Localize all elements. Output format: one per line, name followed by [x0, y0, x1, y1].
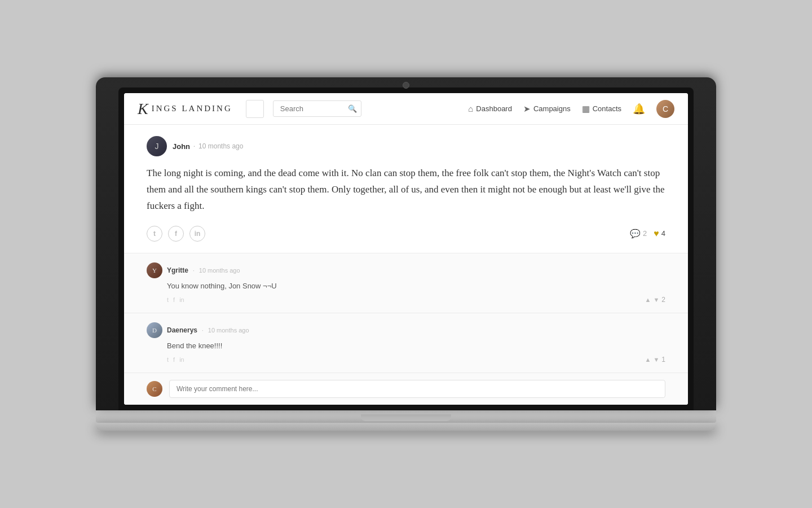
post-body: The long night is coming, and the dead c… [147, 165, 665, 214]
post-timestamp: 10 months ago [198, 142, 243, 150]
comment-linkedin-icon[interactable]: in [179, 356, 184, 363]
nav-contacts[interactable]: ▦ Contacts [582, 104, 621, 114]
heart-icon: ♥ [654, 229, 659, 239]
comment-header: D Daenerys · 10 months ago [147, 322, 665, 338]
comment-input-area: C [124, 373, 688, 405]
comment-separator: · [202, 327, 204, 334]
comment-timestamp: 10 months ago [208, 327, 249, 334]
likes-count[interactable]: ♥ 4 [654, 229, 665, 239]
nav-items: ⌂ Dashboard ➤ Campaigns ▦ Contacts 🔔 [468, 100, 674, 118]
comment-body: Bend the knee!!!! [147, 341, 665, 350]
nav-dashboard-label: Dashboard [476, 104, 512, 113]
laptop-shell: K INGS LANDING 🔍 [96, 77, 716, 431]
comment-item: D Daenerys · 10 months ago Bend the knee… [124, 313, 688, 373]
post-engagement: 💬 2 ♥ 4 [630, 229, 665, 239]
comment-author-name: Daenerys [167, 326, 197, 334]
daenerys-avatar-image: D [147, 322, 162, 338]
search-icon: 🔍 [348, 104, 357, 113]
post-author-name: John [173, 142, 190, 151]
ygritte-avatar-image: Y [147, 262, 162, 278]
screen-bezel: K INGS LANDING 🔍 [118, 87, 694, 410]
logo-area: K INGS LANDING [138, 100, 232, 118]
comments-number: 2 [643, 229, 647, 238]
user-avatar[interactable]: C [656, 100, 674, 118]
laptop-base [96, 423, 716, 431]
laptop-bottom [96, 410, 716, 423]
notifications-icon[interactable]: 🔔 [633, 103, 645, 115]
comment-social-icons: t f in [167, 296, 184, 303]
comment-vote: ▲ ▼ 2 [645, 296, 665, 304]
nav-campaigns-label: Campaigns [533, 104, 571, 113]
vote-count: 1 [661, 356, 665, 364]
vote-up-button[interactable]: ▲ [645, 356, 651, 363]
comments-section: Y Ygritte · 10 months ago You know nothi… [124, 253, 688, 405]
comment-separator: · [193, 267, 195, 274]
contacts-icon: ▦ [582, 104, 590, 114]
laptop-top: K INGS LANDING 🔍 [96, 77, 716, 410]
post-separator: · [193, 142, 195, 151]
avatar-image: C [656, 100, 674, 118]
daenerys-avatar[interactable]: D [147, 322, 162, 338]
comment-author-name: Ygritte [167, 266, 188, 274]
nav-contacts-label: Contacts [593, 104, 621, 113]
vote-down-button[interactable]: ▼ [653, 296, 659, 303]
comment-social-icons: t f in [167, 356, 184, 363]
dashboard-icon: ⌂ [468, 104, 473, 113]
comment-actions: t f in ▲ ▼ 2 [147, 296, 665, 304]
post-header: J John · 10 months ago [147, 136, 665, 156]
vote-count: 2 [661, 296, 665, 304]
trackpad [361, 414, 451, 421]
post-social-icons: t f in [147, 226, 205, 242]
comment-timestamp: 10 months ago [199, 267, 240, 274]
facebook-share-button[interactable]: f [168, 226, 184, 242]
comment-vote: ▲ ▼ 1 [645, 356, 665, 364]
comment-header: Y Ygritte · 10 months ago [147, 262, 665, 278]
screen: K INGS LANDING 🔍 [124, 93, 688, 405]
comment-linkedin-icon[interactable]: in [179, 296, 184, 303]
vote-up-button[interactable]: ▲ [645, 296, 651, 303]
current-user-avatar: C [147, 381, 162, 397]
app-header: K INGS LANDING 🔍 [124, 93, 688, 125]
current-user-avatar-image: C [147, 381, 162, 397]
logo-text: INGS LANDING [152, 104, 232, 113]
search-bar: 🔍 [273, 100, 361, 117]
comment-twitter-icon[interactable]: t [167, 356, 169, 363]
comment-input[interactable] [169, 380, 665, 398]
logo-initial: K [138, 100, 148, 118]
comment-bubble-icon: 💬 [630, 229, 641, 239]
comment-actions: t f in ▲ ▼ 1 [147, 356, 665, 364]
comments-count[interactable]: 💬 2 [630, 229, 647, 239]
comment-item: Y Ygritte · 10 months ago You know nothi… [124, 253, 688, 313]
nav-dashboard[interactable]: ⌂ Dashboard [468, 104, 512, 113]
hamburger-button[interactable] [246, 100, 264, 118]
twitter-share-button[interactable]: t [147, 226, 162, 242]
comment-twitter-icon[interactable]: t [167, 296, 169, 303]
post-meta: John · 10 months ago [173, 142, 243, 151]
comment-facebook-icon[interactable]: f [173, 296, 175, 303]
post-card: J John · 10 months ago The long night is… [124, 125, 688, 253]
nav-campaigns[interactable]: ➤ Campaigns [523, 104, 571, 114]
comment-body: You know nothing, Jon Snow ¬¬U [147, 282, 665, 290]
post-author-avatar[interactable]: J [147, 136, 167, 156]
likes-number: 4 [661, 229, 665, 238]
post-actions: t f in 💬 2 ♥ 4 [147, 226, 665, 242]
campaigns-icon: ➤ [523, 104, 531, 114]
john-avatar-image: J [147, 136, 167, 156]
vote-down-button[interactable]: ▼ [653, 356, 659, 363]
ygritte-avatar[interactable]: Y [147, 262, 162, 278]
linkedin-share-button[interactable]: in [189, 226, 205, 242]
comment-facebook-icon[interactable]: f [173, 356, 175, 363]
